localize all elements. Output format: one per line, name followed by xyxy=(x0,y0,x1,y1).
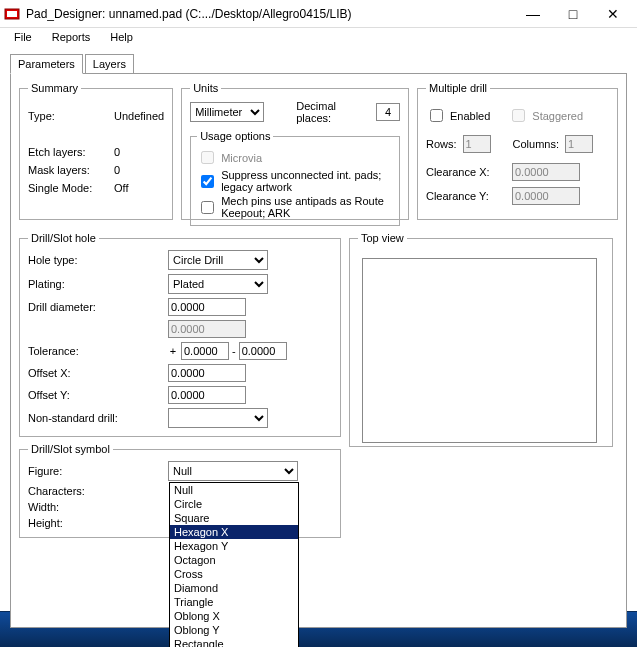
offy-input[interactable] xyxy=(168,386,246,404)
tab-layers[interactable]: Layers xyxy=(85,54,134,74)
rows-label: Rows: xyxy=(426,138,457,150)
topview-canvas xyxy=(362,258,597,443)
tabs: Parameters Layers xyxy=(10,54,627,74)
cleary-input xyxy=(512,187,580,205)
decimal-label: Decimal places: xyxy=(296,100,368,124)
figure-label: Figure: xyxy=(28,465,168,477)
figure-select[interactable]: Null xyxy=(168,461,298,481)
etch-label: Etch layers: xyxy=(28,146,108,158)
holetype-label: Hole type: xyxy=(28,254,168,266)
staggered-input xyxy=(512,109,525,122)
muldrill-legend: Multiple drill xyxy=(426,82,490,94)
suppress-input[interactable] xyxy=(201,175,214,188)
summary-group: Summary Type: Undefined Etch layers: 0 M… xyxy=(19,82,173,220)
menu-help[interactable]: Help xyxy=(102,30,141,46)
window-minimize[interactable]: — xyxy=(513,0,553,28)
window-title: Pad_Designer: unnamed.pad (C:.../Desktop… xyxy=(26,7,513,21)
enabled-check[interactable]: Enabled xyxy=(426,106,490,125)
units-legend: Units xyxy=(190,82,221,94)
tol-label: Tolerance: xyxy=(28,345,168,357)
figure-option[interactable]: Oblong Y xyxy=(170,623,298,637)
figure-option[interactable]: Hexagon X xyxy=(170,525,298,539)
usage-options-group: Usage options Microvia Suppress unconnec… xyxy=(190,130,400,226)
suppress-check[interactable]: Suppress unconnected int. pads; legacy a… xyxy=(197,169,393,193)
offx-input[interactable] xyxy=(168,364,246,382)
holetype-select[interactable]: Circle Drill xyxy=(168,250,268,270)
topview-group: Top view xyxy=(349,232,613,447)
cleary-label: Clearance Y: xyxy=(426,190,506,202)
figure-option[interactable]: Hexagon Y xyxy=(170,539,298,553)
figure-option[interactable]: Null xyxy=(170,483,298,497)
figure-option[interactable]: Circle xyxy=(170,497,298,511)
tol-sep: - xyxy=(232,345,236,357)
figure-option[interactable]: Triangle xyxy=(170,595,298,609)
chars-label: Characters: xyxy=(28,485,168,497)
clearx-input xyxy=(512,163,580,181)
mask-value: 0 xyxy=(114,164,120,176)
tol-hi-input[interactable] xyxy=(239,342,287,360)
drillhole-legend: Drill/Slot hole xyxy=(28,232,99,244)
nonstd-label: Non-standard drill: xyxy=(28,412,168,424)
svg-rect-1 xyxy=(7,11,17,17)
width-label: Width: xyxy=(28,501,168,513)
single-value: Off xyxy=(114,182,128,194)
titlebar: Pad_Designer: unnamed.pad (C:.../Desktop… xyxy=(0,0,637,28)
menu-reports[interactable]: Reports xyxy=(44,30,99,46)
etch-value: 0 xyxy=(114,146,120,158)
plating-label: Plating: xyxy=(28,278,168,290)
multiple-drill-group: Multiple drill Enabled Staggered Rows: C… xyxy=(417,82,618,220)
enabled-input[interactable] xyxy=(430,109,443,122)
usage-legend: Usage options xyxy=(197,130,273,142)
rows-input xyxy=(463,135,491,153)
cols-input xyxy=(565,135,593,153)
cols-label: Columns: xyxy=(513,138,559,150)
decimal-input[interactable] xyxy=(376,103,400,121)
diam-input[interactable] xyxy=(168,298,246,316)
mechpins-check[interactable]: Mech pins use antipads as Route Keepout;… xyxy=(197,195,393,219)
topview-legend: Top view xyxy=(358,232,407,244)
staggered-check: Staggered xyxy=(508,106,583,125)
units-group: Units Millimeter Decimal places: Usage o… xyxy=(181,82,409,220)
offx-label: Offset X: xyxy=(28,367,168,379)
symbol-legend: Drill/Slot symbol xyxy=(28,443,113,455)
tol-sign: + xyxy=(168,345,178,357)
figure-option[interactable]: Square xyxy=(170,511,298,525)
mechpins-input[interactable] xyxy=(201,201,214,214)
drillhole-group: Drill/Slot hole Hole type: Circle Drill … xyxy=(19,232,341,437)
type-value: Undefined xyxy=(114,110,164,122)
figure-option[interactable]: Cross xyxy=(170,567,298,581)
nonstd-select[interactable] xyxy=(168,408,268,428)
menubar: File Reports Help xyxy=(0,28,637,48)
single-label: Single Mode: xyxy=(28,182,108,194)
figure-option[interactable]: Rectangle xyxy=(170,637,298,647)
window-close[interactable]: ✕ xyxy=(593,0,633,28)
plating-select[interactable]: Plated xyxy=(168,274,268,294)
tab-pane: Summary Type: Undefined Etch layers: 0 M… xyxy=(10,73,627,628)
figure-option[interactable]: Octagon xyxy=(170,553,298,567)
microvia-input xyxy=(201,151,214,164)
height-label: Height: xyxy=(28,517,168,529)
tol-lo-input[interactable] xyxy=(181,342,229,360)
summary-legend: Summary xyxy=(28,82,81,94)
figure-option[interactable]: Oblong X xyxy=(170,609,298,623)
figure-option[interactable]: Diamond xyxy=(170,581,298,595)
diam-label: Drill diameter: xyxy=(28,301,168,313)
microvia-check: Microvia xyxy=(197,148,393,167)
clearx-label: Clearance X: xyxy=(426,166,506,178)
app-icon xyxy=(4,6,20,22)
diam2-input xyxy=(168,320,246,338)
type-label: Type: xyxy=(28,110,108,122)
offy-label: Offset Y: xyxy=(28,389,168,401)
window-maximize[interactable]: □ xyxy=(553,0,593,28)
mask-label: Mask layers: xyxy=(28,164,108,176)
figure-dropdown-list[interactable]: NullCircleSquareHexagon XHexagon YOctago… xyxy=(169,482,299,647)
units-select[interactable]: Millimeter xyxy=(190,102,264,122)
menu-file[interactable]: File xyxy=(6,30,40,46)
tab-parameters[interactable]: Parameters xyxy=(10,54,83,74)
